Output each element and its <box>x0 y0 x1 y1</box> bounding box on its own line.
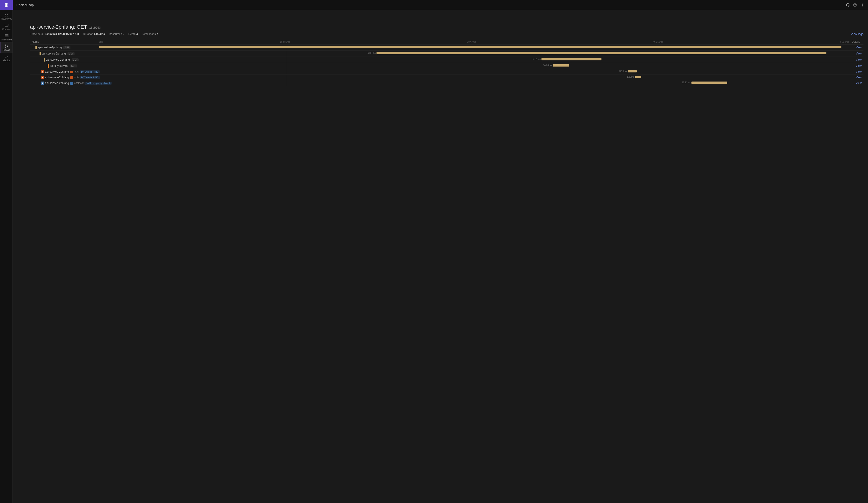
timing-label: 528.7ms <box>367 52 375 54</box>
svg-rect-2 <box>5 15 6 16</box>
method-badge: GET <box>70 64 77 67</box>
span-service-name: api-service-2phfahg <box>45 82 69 85</box>
span-name-cell: identity-serviceGET <box>30 63 98 69</box>
span-name-cell: -api-service-2phfahgGET <box>30 51 98 57</box>
method-badge: GET <box>68 52 74 55</box>
table-row: identity-serviceGET14.04msView <box>30 63 864 69</box>
collapse-button[interactable]: - <box>40 59 43 61</box>
resources-icon <box>4 13 9 17</box>
svg-point-6 <box>5 45 6 45</box>
view-logs-button[interactable]: View logs <box>851 32 864 36</box>
table-row: ▣api-service-2phfahgredisDATA redis PING… <box>30 69 864 75</box>
timeline-cell: 25.93ms <box>98 80 850 86</box>
span-sub-service: redis <box>70 76 79 79</box>
traces-icon <box>4 44 9 48</box>
service-dot <box>40 52 41 55</box>
app-logo[interactable] <box>0 0 13 10</box>
timeline-cell: 34.81ms <box>98 57 850 63</box>
view-span-button[interactable]: View <box>850 44 864 51</box>
span-name-cell: -api-service-2phfahgGET <box>30 44 98 51</box>
github-icon[interactable] <box>846 3 850 7</box>
method-badge: GET <box>72 59 79 61</box>
timing-label: 1.32ms <box>627 76 634 78</box>
sidebar-item-console[interactable]: Console <box>0 21 12 32</box>
timing-label: 3.18ms <box>619 70 627 72</box>
service-dot <box>48 64 49 68</box>
view-span-button[interactable]: View <box>850 57 864 63</box>
data-badge: DATA redis PING <box>80 76 100 79</box>
table-row: -api-service-2phfahgGET528.7msView <box>30 51 864 57</box>
svg-rect-3 <box>7 15 8 16</box>
span-service-name: api-service-2phfahg <box>45 76 69 79</box>
logo-icon <box>4 2 9 8</box>
timing-label: 34.81ms <box>532 58 540 60</box>
timeline-bar <box>553 64 569 66</box>
span-name-cell: ▣api-service-2phfahgredisDATA redis PING <box>30 69 98 75</box>
timeline-bar <box>376 52 826 54</box>
span-name-cell: ▣api-service-2phfahgredisDATA redis PING <box>30 75 98 80</box>
timeline-cell: 3.18ms <box>98 69 850 75</box>
service-dot <box>35 46 37 49</box>
view-span-button[interactable]: View <box>850 69 864 75</box>
span-service-name: api-service-2phfahg <box>38 46 62 49</box>
span-name-cell: -api-service-2phfahgGET <box>30 57 98 63</box>
service-dot: ▣ <box>41 82 44 85</box>
metrics-icon <box>4 54 9 59</box>
timeline-bar <box>541 58 601 60</box>
collapse-button[interactable]: - <box>36 52 39 55</box>
timeline-cell: 1.32ms <box>98 75 850 80</box>
marker-2: 307.7ms <box>467 41 476 43</box>
service-dot <box>44 58 45 62</box>
help-icon[interactable] <box>853 3 857 7</box>
table-row: -api-service-2phfahgGETView <box>30 44 864 51</box>
col-header-name: Name <box>30 39 98 44</box>
trace-id: 18db253 <box>89 26 101 29</box>
table-row: -api-service-2phfahgGET34.81msView <box>30 57 864 63</box>
sidebar-item-metrics[interactable]: Metrics <box>0 53 12 63</box>
timeline-bar <box>635 76 641 78</box>
timeline-cell <box>98 44 850 51</box>
view-span-button[interactable]: View <box>850 51 864 57</box>
topbar-actions <box>846 3 864 7</box>
page-title: api-service-2phfahg: GET <box>30 24 87 30</box>
settings-icon[interactable] <box>860 3 864 7</box>
span-sub-service: localhost <box>70 82 83 84</box>
table-header-row: Name 0μs 153.85ms 307.7ms 461.55ms 615.4… <box>30 39 864 44</box>
sidebar-item-traces[interactable]: Traces <box>0 42 12 53</box>
sidebar-nav: Resources Console Structured Traces <box>0 11 12 63</box>
sidebar-item-structured[interactable]: Structured <box>0 32 12 42</box>
span-service-name: api-service-2phfahg <box>46 58 70 61</box>
span-service-name: api-service-2phfahg <box>42 52 66 55</box>
timeline-cell: 528.7ms <box>98 51 850 57</box>
view-span-button[interactable]: View <box>850 80 864 86</box>
topbar: RookieShop <box>13 0 868 10</box>
trace-table: Name 0μs 153.85ms 307.7ms 461.55ms 615.4… <box>30 39 864 86</box>
table-row: ▣api-service-2phfahgredisDATA redis PING… <box>30 75 864 80</box>
console-icon <box>4 23 9 27</box>
timeline-bar <box>628 70 637 72</box>
timeline-bar <box>99 46 841 48</box>
table-row: ▣api-service-2phfahglocalhostDATA postgr… <box>30 80 864 86</box>
timeline-bar <box>691 82 727 84</box>
marker-4: 615.4ms <box>840 41 849 43</box>
trace-spans-label: Total spans 7 <box>142 32 158 36</box>
marker-3: 461.55ms <box>653 41 663 43</box>
sidebar: Resources Console Structured Traces <box>0 0 13 503</box>
view-span-button[interactable]: View <box>850 75 864 80</box>
sidebar-item-resources[interactable]: Resources <box>0 11 12 21</box>
col-header-details: Details <box>850 39 864 44</box>
trace-depth-label: Depth 4 <box>128 32 138 36</box>
trace-table-container: Name 0μs 153.85ms 307.7ms 461.55ms 615.4… <box>30 39 864 86</box>
svg-point-7 <box>7 46 8 46</box>
view-span-button[interactable]: View <box>850 63 864 69</box>
span-service-name: identity-service <box>50 64 68 67</box>
data-badge: DATA redis PING <box>80 70 100 73</box>
marker-1: 153.85ms <box>280 41 290 43</box>
collapse-button[interactable]: - <box>32 46 34 49</box>
page-title-area: api-service-2phfahg: GET 18db253 <box>30 24 864 30</box>
trace-duration-label: Duration 615.4ms <box>83 32 105 36</box>
col-header-timeline: 0μs 153.85ms 307.7ms 461.55ms 615.4ms <box>98 39 850 44</box>
span-sub-service: redis <box>70 70 79 73</box>
svg-point-9 <box>854 3 857 7</box>
marker-0: 0μs <box>99 41 103 43</box>
